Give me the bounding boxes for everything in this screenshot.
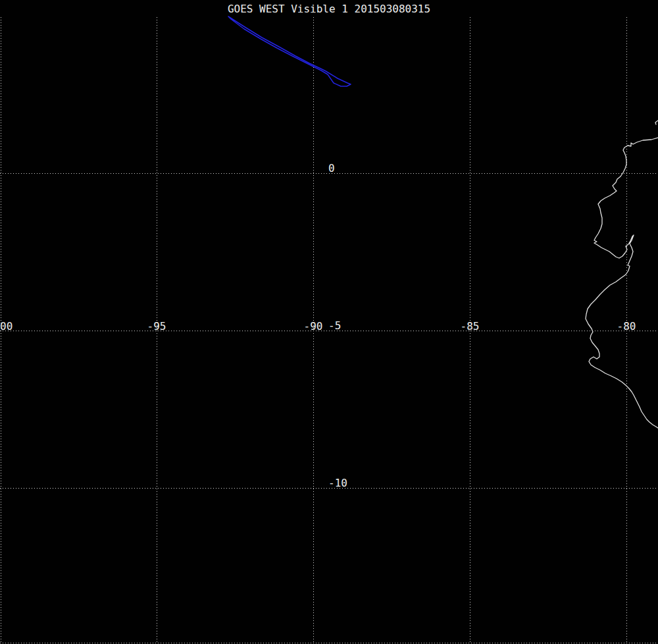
latitude-label--5: -5 — [328, 319, 341, 332]
latitude-label-0: 0 — [328, 162, 335, 174]
longitude-label--80: -80 — [617, 320, 636, 333]
longitude-label--85: -85 — [461, 320, 480, 333]
coastline-segment-0 — [655, 121, 658, 124]
blue-track-line — [228, 16, 351, 86]
longitude-label--90: -90 — [304, 320, 323, 333]
latitude-label--10: -10 — [328, 477, 347, 489]
longitude-label-00: 00 — [0, 320, 13, 333]
longitude-label--95: -95 — [147, 320, 166, 333]
satellite-map-image: 00-95-90-85-800-5-10 — [0, 0, 658, 644]
satellite-image-viewer: GOES WEST Visible 1 201503080315 00-95-9… — [0, 0, 658, 644]
coastline-segment-1 — [586, 138, 658, 428]
